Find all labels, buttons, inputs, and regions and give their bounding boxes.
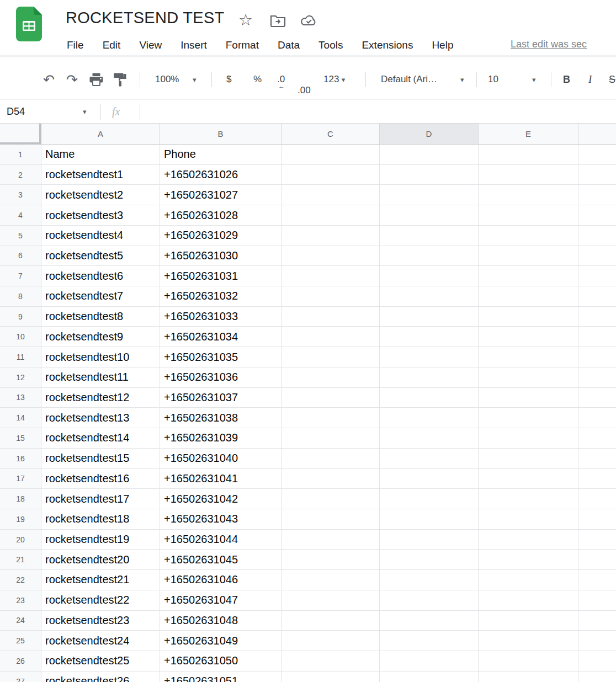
row-header-27[interactable]: 27 (0, 672, 41, 682)
cell-A14[interactable]: rocketsendtest13 (41, 408, 160, 428)
cell-A19[interactable]: rocketsendtest18 (41, 509, 160, 530)
cell-C19[interactable] (282, 509, 380, 530)
cell-C10[interactable] (282, 327, 380, 347)
column-header-D[interactable]: D (380, 124, 479, 145)
cell-C4[interactable] (282, 205, 380, 226)
font-size-dropdown-icon[interactable]: ▾ (532, 76, 536, 84)
cell-E2[interactable] (479, 165, 578, 185)
cell-B1[interactable]: Phone (160, 145, 282, 165)
cell-B26[interactable]: +16502631050 (160, 651, 282, 672)
cell-A1[interactable]: Name (41, 145, 160, 165)
formula-input[interactable] (148, 100, 616, 123)
cell-A13[interactable]: rocketsendtest12 (41, 388, 160, 408)
select-all-corner[interactable] (0, 124, 41, 145)
cell-F2[interactable] (578, 165, 616, 185)
cell-F22[interactable] (578, 570, 616, 590)
cell-F6[interactable] (578, 246, 616, 267)
cell-E16[interactable] (479, 449, 578, 469)
menu-help[interactable]: Help (422, 39, 463, 51)
cell-F19[interactable] (578, 509, 616, 530)
cell-C6[interactable] (282, 246, 380, 267)
cell-D21[interactable] (380, 550, 479, 570)
row-header-12[interactable]: 12 (0, 367, 41, 388)
cell-E7[interactable] (479, 266, 578, 286)
cell-E17[interactable] (479, 469, 578, 489)
cell-E26[interactable] (479, 651, 578, 672)
cell-C7[interactable] (282, 266, 380, 286)
cell-A22[interactable]: rocketsendtest21 (41, 570, 160, 590)
cell-D13[interactable] (380, 388, 479, 408)
undo-icon[interactable]: ↶ (43, 73, 55, 86)
cell-F26[interactable] (578, 651, 616, 672)
redo-icon[interactable]: ↷ (66, 73, 78, 86)
cell-B24[interactable]: +16502631048 (160, 611, 282, 631)
cell-E13[interactable] (479, 388, 578, 408)
cell-F11[interactable] (578, 347, 616, 367)
name-box-dropdown-icon[interactable]: ▾ (83, 108, 87, 116)
cell-E12[interactable] (479, 367, 578, 388)
cell-D2[interactable] (380, 165, 479, 185)
row-header-3[interactable]: 3 (0, 185, 41, 205)
column-header-B[interactable]: B (160, 124, 282, 145)
cell-A21[interactable]: rocketsendtest20 (41, 550, 160, 570)
move-folder-icon[interactable] (270, 14, 286, 29)
cell-D9[interactable] (380, 307, 479, 327)
cell-E20[interactable] (479, 530, 578, 550)
cell-B11[interactable]: +16502631035 (160, 347, 282, 367)
cell-C5[interactable] (282, 226, 380, 246)
cell-F9[interactable] (578, 307, 616, 327)
row-header-13[interactable]: 13 (0, 388, 41, 408)
cell-C14[interactable] (282, 408, 380, 428)
cell-D23[interactable] (380, 590, 479, 611)
cell-E27[interactable] (479, 672, 578, 682)
cell-D19[interactable] (380, 509, 479, 530)
cell-C27[interactable] (282, 672, 380, 682)
cell-D4[interactable] (380, 205, 479, 226)
cell-B14[interactable]: +16502631038 (160, 408, 282, 428)
cell-A3[interactable]: rocketsendtest2 (41, 185, 160, 205)
cell-B22[interactable]: +16502631046 (160, 570, 282, 590)
cell-A23[interactable]: rocketsendtest22 (41, 590, 160, 611)
cell-B17[interactable]: +16502631041 (160, 469, 282, 489)
row-header-24[interactable]: 24 (0, 611, 41, 631)
cell-B16[interactable]: +16502631040 (160, 449, 282, 469)
cell-D26[interactable] (380, 651, 479, 672)
cell-D10[interactable] (380, 327, 479, 347)
cell-A8[interactable]: rocketsendtest7 (41, 286, 160, 307)
cell-E1[interactable] (479, 145, 578, 165)
cell-D5[interactable] (380, 226, 479, 246)
row-header-5[interactable]: 5 (0, 226, 41, 246)
cell-A17[interactable]: rocketsendtest16 (41, 469, 160, 489)
cell-F18[interactable] (578, 489, 616, 509)
cell-A24[interactable]: rocketsendtest23 (41, 611, 160, 631)
menu-edit[interactable]: Edit (93, 39, 130, 51)
cell-B7[interactable]: +16502631031 (160, 266, 282, 286)
cell-F10[interactable] (578, 327, 616, 347)
cell-D15[interactable] (380, 428, 479, 449)
cell-A20[interactable]: rocketsendtest19 (41, 530, 160, 550)
cell-C9[interactable] (282, 307, 380, 327)
cell-D6[interactable] (380, 246, 479, 267)
cell-C20[interactable] (282, 530, 380, 550)
cell-E14[interactable] (479, 408, 578, 428)
cell-F8[interactable] (578, 286, 616, 307)
cell-C3[interactable] (282, 185, 380, 205)
cell-F13[interactable] (578, 388, 616, 408)
cell-E24[interactable] (479, 611, 578, 631)
row-header-2[interactable]: 2 (0, 165, 41, 185)
star-icon[interactable]: ☆ (238, 12, 253, 28)
cell-E4[interactable] (479, 205, 578, 226)
menu-file[interactable]: File (57, 39, 93, 51)
cell-E9[interactable] (479, 307, 578, 327)
cell-F15[interactable] (578, 428, 616, 449)
cell-A5[interactable]: rocketsendtest4 (41, 226, 160, 246)
cell-E25[interactable] (479, 631, 578, 651)
row-header-22[interactable]: 22 (0, 570, 41, 590)
cell-F12[interactable] (578, 367, 616, 388)
cell-C12[interactable] (282, 367, 380, 388)
cell-A12[interactable]: rocketsendtest11 (41, 367, 160, 388)
cell-A7[interactable]: rocketsendtest6 (41, 266, 160, 286)
cell-E3[interactable] (479, 185, 578, 205)
print-icon[interactable] (89, 73, 104, 86)
cell-F25[interactable] (578, 631, 616, 651)
